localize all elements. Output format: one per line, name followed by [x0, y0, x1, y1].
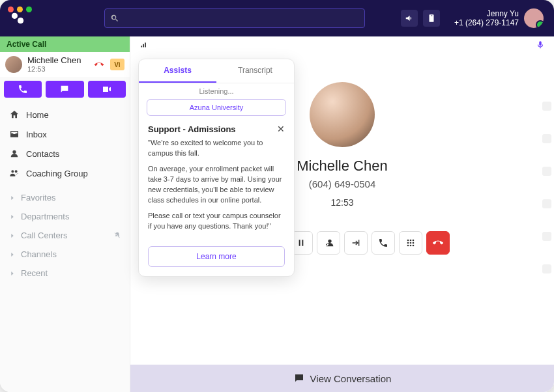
add-participant-button[interactable]	[317, 231, 340, 255]
contact-name: Michelle Chen	[297, 158, 387, 175]
svg-point-9	[410, 245, 412, 247]
group-label: Departments	[21, 212, 69, 221]
contact-avatar	[310, 82, 375, 147]
assist-panel: Assists Transcript Listening... Azuna Un…	[138, 59, 295, 277]
active-call-timer: 12:53	[27, 65, 88, 73]
group-label: Call Centers	[21, 231, 68, 240]
chevron-right-icon	[9, 232, 16, 239]
voice-ai-toggle[interactable]	[536, 40, 545, 52]
view-conversation-label: View Conversation	[310, 373, 392, 384]
svg-point-10	[413, 245, 415, 247]
current-user[interactable]: Jenny Yu +1 (264) 279-1147	[454, 8, 544, 28]
merge-button[interactable]	[344, 231, 368, 255]
current-user-name: Jenny Yu	[454, 9, 519, 18]
contacts-icon	[9, 148, 20, 159]
assist-paragraph: "We're so excited to welcome you to camp…	[148, 138, 285, 159]
transfer-button[interactable]	[372, 231, 395, 255]
window-traffic-lights	[3, 3, 32, 9]
new-video-button[interactable]	[88, 81, 126, 98]
assist-paragraph: On average, your enrollment packet will …	[148, 164, 285, 206]
bell-off-icon	[114, 231, 121, 240]
app-logo-icon	[10, 11, 25, 25]
search-icon	[110, 14, 119, 23]
group-channels[interactable]: Channels	[4, 245, 126, 263]
video-icon	[102, 84, 112, 94]
search-field[interactable]	[123, 14, 359, 23]
nav-label: Inbox	[26, 130, 47, 139]
phone-icon	[18, 84, 28, 94]
chevron-right-icon	[9, 195, 16, 201]
hangup-button[interactable]	[426, 231, 450, 255]
inbox-icon	[9, 129, 20, 139]
group-label: Favorites	[21, 193, 55, 203]
nav-label: Contacts	[26, 149, 59, 159]
person-add-icon	[323, 238, 334, 248]
conversation-icon	[293, 372, 305, 384]
chevron-right-icon	[9, 214, 16, 220]
clipboard-icon	[427, 14, 436, 23]
chevron-right-icon	[9, 270, 16, 277]
notes-button[interactable]	[423, 10, 440, 27]
active-call-header: Active Call	[0, 36, 130, 52]
group-label: Recent	[21, 268, 48, 278]
assist-learn-more[interactable]: Learn more	[148, 246, 285, 267]
transfer-icon	[378, 238, 388, 248]
assist-paragraph: Please call or text your campus counselo…	[148, 211, 285, 232]
contact-phone: (604) 649-0504	[309, 178, 376, 189]
current-user-avatar[interactable]	[524, 8, 544, 28]
dialpad-button[interactable]	[399, 231, 422, 255]
view-conversation-bar[interactable]: View Conversation	[130, 365, 554, 392]
group-call-centers[interactable]: Call Centers	[4, 227, 126, 244]
assist-card-close[interactable]: ✕	[277, 124, 285, 134]
nav-coaching-group[interactable]: Coaching Group	[4, 164, 126, 182]
chat-icon	[59, 84, 70, 94]
topbar: Jenny Yu +1 (264) 279-1147	[0, 0, 554, 36]
group-departments[interactable]: Departments	[4, 208, 126, 225]
assist-card-title: Support - Admissions	[148, 124, 277, 134]
current-user-phone: +1 (264) 279-1147	[454, 18, 519, 27]
active-call-avatar	[5, 56, 22, 73]
announcements-button[interactable]	[401, 10, 418, 27]
dialpad-icon	[405, 238, 416, 248]
search-input[interactable]	[104, 8, 365, 28]
home-icon	[9, 109, 20, 120]
main-panel: Assists Transcript Listening... Azuna Un…	[130, 36, 554, 392]
svg-point-5	[407, 242, 409, 244]
microphone-icon	[536, 40, 545, 49]
signal-icon	[139, 40, 149, 52]
svg-point-7	[413, 242, 415, 244]
assist-listening-status: Listening...	[139, 87, 294, 95]
pause-icon	[296, 238, 306, 248]
nav-home[interactable]: Home	[4, 105, 126, 124]
group-icon	[9, 168, 20, 178]
svg-point-2	[407, 240, 409, 242]
call-timer: 12:53	[330, 197, 353, 208]
active-call-row[interactable]: Michelle Chen 12:53 Vi	[0, 52, 130, 77]
nav-label: Coaching Group	[26, 169, 88, 178]
svg-point-6	[410, 242, 412, 244]
merge-icon	[351, 238, 361, 248]
new-call-button[interactable]	[4, 81, 42, 98]
tab-transcript[interactable]: Transcript	[216, 59, 294, 83]
new-message-button[interactable]	[46, 81, 83, 98]
svg-point-4	[413, 240, 415, 242]
hangup-icon	[95, 60, 104, 69]
chevron-right-icon	[9, 251, 16, 258]
megaphone-icon	[405, 14, 414, 23]
active-call-hangup-mini[interactable]	[93, 59, 105, 70]
nav-inbox[interactable]: Inbox	[4, 125, 126, 143]
group-label: Channels	[21, 249, 57, 259]
assist-context-pill[interactable]: Azuna University	[147, 99, 286, 116]
sidebar: Active Call Michelle Chen 12:53 Vi Home	[0, 36, 130, 392]
active-call-name: Michelle Chen	[27, 56, 88, 65]
hangup-icon	[433, 238, 443, 248]
svg-point-3	[410, 240, 412, 242]
group-favorites[interactable]: Favorites	[4, 189, 126, 206]
group-recent[interactable]: Recent	[4, 264, 126, 282]
voice-intelligence-badge[interactable]: Vi	[110, 59, 124, 70]
assist-card-body: "We're so excited to welcome you to camp…	[139, 134, 294, 241]
svg-point-8	[407, 245, 409, 247]
nav-contacts[interactable]: Contacts	[4, 145, 126, 163]
nav-label: Home	[26, 110, 49, 120]
tab-assists[interactable]: Assists	[139, 59, 216, 83]
